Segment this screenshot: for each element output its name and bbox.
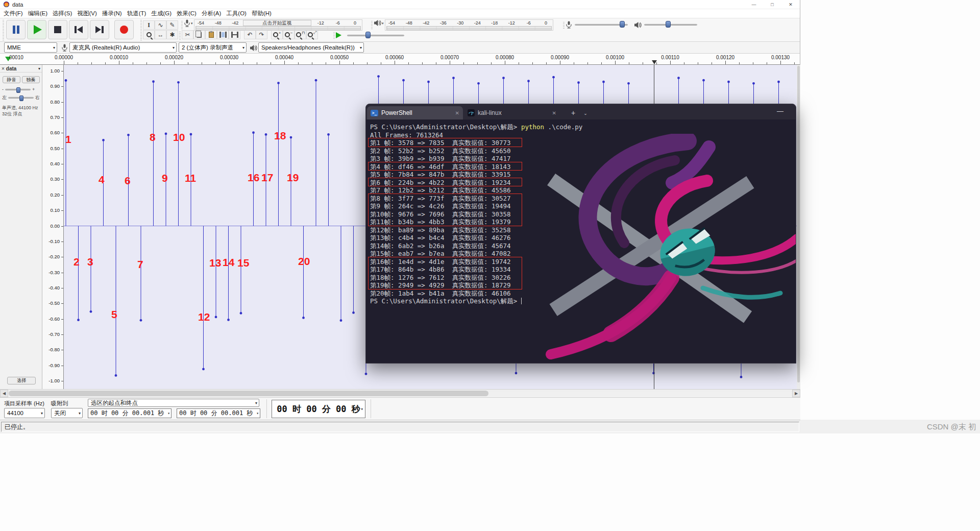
menu-item-3[interactable]: 选择(S) <box>50 9 75 18</box>
time-shift-tool-button[interactable]: ↔ <box>155 30 166 39</box>
play-button[interactable] <box>27 20 46 39</box>
terminal-minimize-button[interactable]: — <box>777 107 783 115</box>
zoom-in-button[interactable]: + <box>271 30 283 39</box>
vertical-scrollbar[interactable] <box>797 65 800 389</box>
recording-channels-select[interactable]: 2 (立体声) 录制声道▾ <box>179 42 247 53</box>
maximize-button[interactable]: □ <box>763 0 781 9</box>
menu-item-2[interactable]: 编辑(E) <box>26 9 50 18</box>
play-at-speed-icon[interactable] <box>336 32 341 38</box>
timeline-ruler[interactable]: 00010 0.000000.000100.000200.000300.0004… <box>0 54 800 65</box>
track-name[interactable]: data <box>6 66 17 71</box>
playhead-marker[interactable] <box>652 60 657 64</box>
tab-dropdown-icon[interactable]: ⌄ <box>583 111 587 116</box>
track-menu-arrow[interactable]: ▾ <box>38 66 40 71</box>
selection-start-field[interactable]: 00 时 00 分 00.001 秒▾ <box>88 408 172 418</box>
playback-meter-scale[interactable]: -54-48-42-36-30-24-18-12-60 <box>385 19 553 31</box>
scroll-right-arrow[interactable]: ▶ <box>792 390 800 397</box>
menu-item-8[interactable]: 效果(C) <box>174 9 199 18</box>
close-button[interactable]: ✕ <box>781 0 800 9</box>
recording-device-select[interactable]: 麦克风 (Realtek(R) Audio)▾ <box>69 42 177 53</box>
gain-slider-thumb[interactable] <box>16 87 20 93</box>
undo-button[interactable]: ↶ <box>244 30 256 39</box>
ibeam-icon: I <box>148 21 150 29</box>
sample-dot <box>452 77 455 79</box>
skip-to-start-button[interactable] <box>69 20 88 39</box>
playback-volume-slider[interactable] <box>644 20 697 29</box>
prompt-text: PS C:\Users\Administrator\Desktop\解题> <box>370 123 521 131</box>
recording-volume-slider[interactable] <box>575 20 628 29</box>
project-rate-select[interactable]: 44100▾ <box>4 408 45 418</box>
menu-item-5[interactable]: 播录(N) <box>100 9 125 18</box>
meter-dropdown-arrow[interactable]: ▾ <box>382 21 384 26</box>
snap-to-select[interactable]: 关闭▾ <box>51 408 83 418</box>
tab-close-icon[interactable]: ✕ <box>552 110 556 116</box>
solo-button[interactable]: 独奏 <box>22 76 40 83</box>
gain-slider[interactable]: - + <box>2 86 35 92</box>
playback-device-select[interactable]: Speakers/Headphones (Realtek(R))▾ <box>258 42 364 53</box>
zoom-out-button[interactable]: − <box>283 30 295 39</box>
track-bitdepth-info: 32位 浮点 <box>2 111 22 117</box>
pause-button[interactable] <box>6 20 26 39</box>
playback-volume-thumb[interactable] <box>666 21 671 28</box>
audio-host-select[interactable]: MME▾ <box>4 42 57 53</box>
horizontal-scrollbar[interactable]: ◀ ▶ <box>0 389 800 397</box>
pan-slider-thumb[interactable] <box>19 95 23 101</box>
terminal-title-bar[interactable]: >_ PowerShell ✕ kali-linux ✕ + ⌄ — <box>366 104 796 119</box>
tab-kali-linux[interactable]: kali-linux ✕ <box>464 106 560 119</box>
pan-slider[interactable]: 左 右 <box>2 94 40 101</box>
play-speed-slider-thumb[interactable] <box>365 32 371 38</box>
audio-position-display[interactable]: 00 时 00 分 00 秒▾ <box>272 400 365 418</box>
trim-audio-button[interactable] <box>217 30 229 39</box>
horizontal-scrollbar-thumb[interactable] <box>9 391 488 396</box>
tab-close-icon[interactable]: ✕ <box>455 110 459 116</box>
monitoring-hint[interactable]: 点击开始监视 <box>243 20 311 26</box>
terminal-output: PS C:\Users\Administrator\Desktop\解题> py… <box>370 123 582 305</box>
terminal-body[interactable]: PS C:\Users\Administrator\Desktop\解题> py… <box>366 119 796 363</box>
zoom-selection-button[interactable]: ⊓ <box>295 30 306 39</box>
menu-item-7[interactable]: 生成(G) <box>149 9 174 18</box>
cut-button[interactable]: ✂ <box>182 30 193 39</box>
paste-button[interactable] <box>205 30 217 39</box>
minimize-button[interactable]: — <box>745 0 763 9</box>
scroll-left-arrow[interactable]: ◀ <box>0 390 8 397</box>
play-speed-slider[interactable] <box>347 31 404 39</box>
skip-to-end-button[interactable] <box>90 20 109 39</box>
amplitude-tick <box>61 381 63 381</box>
menu-item-11[interactable]: 帮助(H) <box>249 9 274 18</box>
timeline-tick <box>229 61 230 64</box>
envelope-tool-button[interactable]: ∿ <box>155 20 166 30</box>
mute-button[interactable]: 静音 <box>3 76 20 83</box>
multi-tool-button[interactable]: ✱ <box>166 30 178 39</box>
menu-item-4[interactable]: 视图(V) <box>75 9 99 18</box>
redo-button[interactable]: ↷ <box>256 30 267 39</box>
meter-dropdown-arrow[interactable]: ▾ <box>191 21 193 26</box>
copy-button[interactable] <box>193 30 205 39</box>
zoom-fit-button[interactable]: ⤢ <box>306 30 318 39</box>
menu-item-10[interactable]: 工具(O) <box>224 9 249 18</box>
new-tab-button[interactable]: + <box>571 109 575 117</box>
selection-mode-select[interactable]: 选区的起点和终点▾ <box>88 399 259 407</box>
amplitude-ruler[interactable]: 1.000.900.800.700.600.500.400.300.200.10… <box>42 65 64 389</box>
recording-volume-thumb[interactable] <box>620 21 625 28</box>
selection-tool-button[interactable]: I <box>143 20 155 30</box>
tab-powershell[interactable]: >_ PowerShell ✕ <box>367 106 463 119</box>
playback-meter[interactable]: ▾ -54-48-42-36-30-24-18-12-60 <box>374 19 556 31</box>
selection-end-field[interactable]: 00 时 00 分 00.001 秒▾ <box>177 408 260 418</box>
draw-tool-button[interactable]: ✎ <box>166 20 178 30</box>
frame-output-line: 第18帧: 1276 => 7612 真实数据值: 30226 <box>370 274 582 282</box>
recording-meter[interactable]: ▾ 点击开始监视 -54-48-42-36-30-24-18-12-60 <box>184 19 365 31</box>
track-close-button[interactable]: × <box>2 66 5 71</box>
silence-audio-button[interactable] <box>229 30 240 39</box>
menu-item-6[interactable]: 轨道(T) <box>125 9 149 18</box>
vertical-scrollbar-thumb[interactable] <box>797 66 800 382</box>
record-button[interactable] <box>114 20 134 39</box>
timeline-tick <box>188 62 188 64</box>
mixer-toolbar <box>566 20 698 31</box>
zoom-tool-button[interactable] <box>143 30 155 39</box>
menu-item-1[interactable]: 文件(F) <box>1 9 26 18</box>
timeline-tick <box>243 62 243 64</box>
stop-button[interactable] <box>48 20 67 39</box>
menu-item-9[interactable]: 分析(A) <box>199 9 224 18</box>
recording-meter-scale[interactable]: 点击开始监视 -54-48-42-36-30-24-18-12-60 <box>194 19 362 31</box>
track-select-button[interactable]: 选择 <box>7 377 36 384</box>
